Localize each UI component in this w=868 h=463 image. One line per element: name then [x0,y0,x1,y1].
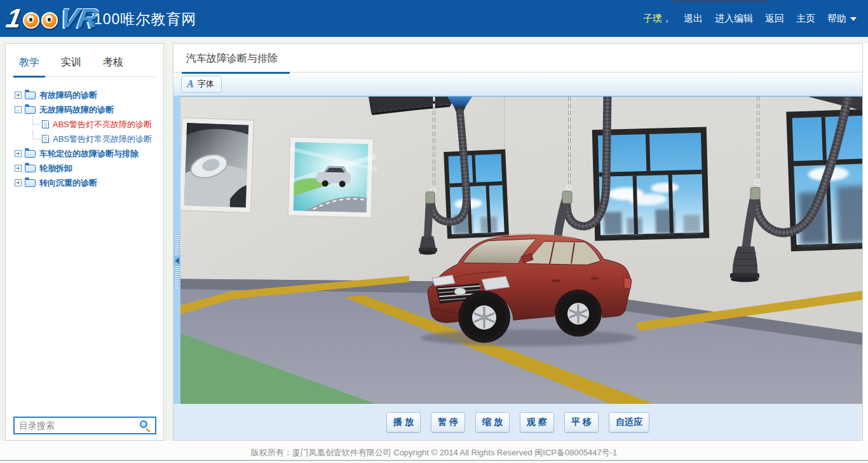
scene-control-button[interactable]: 观 察 [520,412,554,432]
nav-item[interactable]: 进入编辑 [715,13,753,25]
logo-text-1: 1 [4,3,24,34]
nav-comma: ， [662,13,672,25]
car-rear-wheel [559,294,598,333]
right-gutter [863,43,868,441]
tab-vehicle-fault-diagnosis[interactable]: 汽车故障诊断与排除 [182,52,290,74]
header-nav: 子璞 ， 退出 进入编辑 返回 主页 帮助 [643,13,857,25]
logo-zero-circle [23,12,39,29]
main-panel: 汽车故障诊断与排除 A 字体 [173,43,863,441]
nav-username[interactable]: 子璞 [643,13,662,25]
car-shadow [421,329,637,346]
header-bar: 1 VR 100唯尔教育网 子璞 ， 退出 进入编辑 返回 主页 帮助 [0,0,868,37]
tree-item-label[interactable]: 有故障码的诊断 [39,90,97,101]
footer-accent-line [0,460,868,461]
nav-item[interactable]: 返回 [765,13,784,25]
font-icon: A [187,79,194,88]
garage-window [444,149,509,239]
3d-viewport [173,96,862,404]
wall-picture-silver-car [288,137,377,218]
font-button[interactable]: A 字体 [181,76,222,93]
strip-dots [175,266,179,288]
scene-control-button[interactable]: 平 移 [564,412,599,432]
tree-row[interactable]: + 轮胎拆卸 [15,161,161,176]
collapse-left-arrow-icon[interactable] [173,255,180,266]
catalog-search-box [13,417,156,434]
hose-nozzle [419,237,436,249]
tree-item-label[interactable]: ABS警告灯不亮故障的诊断 [53,119,152,130]
sidebar-tab-实训[interactable]: 实训 [55,53,87,76]
folder-icon [25,150,36,158]
tree-row[interactable]: ABS警告灯常亮故障的诊断 [30,132,161,146]
nav-item[interactable]: 退出 [684,13,703,25]
file-icon [42,135,49,143]
font-button-label: 字体 [198,78,214,90]
nav-item[interactable]: 帮助 [827,13,857,25]
tree-toggle-icon[interactable]: + [15,92,22,99]
search-input[interactable] [19,420,140,431]
tree-item-label[interactable]: 轮胎拆卸 [39,163,72,174]
chevron-down-icon [850,17,857,21]
hose-nozzle [733,247,757,275]
tree-row[interactable]: ABS警告灯不亮故障的诊断 [30,117,161,132]
car-front-wheel [463,296,506,339]
course-tree: + 有故障码的诊断 - 无故障码故障的诊断 ABS警告灯不亮故障的诊断 [15,88,161,190]
tree-connector [32,116,40,125]
footer: 版权所有：厦门凤凰创壹软件有限公司 Copyright © 2014 All R… [0,441,868,463]
tree-item-label[interactable]: 车轮定位的故障诊断与排除 [39,148,139,160]
site-logo[interactable]: 1 VR [6,3,98,34]
nav-item[interactable]: 主页 [796,13,815,25]
tree-item-label[interactable]: 无故障码故障的诊断 [39,104,114,116]
file-icon [42,120,49,128]
nav-user-group: 子璞 ， [643,13,672,25]
panel-collapse-strip[interactable] [173,96,180,404]
sidebar-tab-教学[interactable]: 教学 [13,53,45,78]
tree-row[interactable]: + 车轮定位的故障诊断与排除 [15,146,161,161]
folder-icon [25,179,36,187]
strip-dots [175,235,179,255]
course-sidebar: 教学实训考核 + 有故障码的诊断 - 无故障码故障的诊断 ABS警告灯不亮故障的… [5,43,164,441]
folder-icon [25,92,36,99]
wall-picture-headlight [180,118,254,213]
scene-control-button[interactable]: 自适应 [609,412,649,432]
sidebar-tabs: 教学实训考核 [13,53,156,77]
content-toolbar: A 字体 [173,73,862,96]
tree-row[interactable]: + 转向沉重的诊断 [15,176,161,190]
header-dark-strip [674,0,769,3]
tree-connector [32,130,40,139]
logo-zero-circle [41,12,58,29]
content-tabbar: 汽车故障诊断与排除 [173,44,862,73]
tree-item-label[interactable]: 转向沉重的诊断 [39,177,97,189]
tree-toggle-icon[interactable]: + [15,150,22,157]
tree-row[interactable]: + 有故障码的诊断 [15,88,161,102]
tree-toggle-icon[interactable]: + [15,165,22,172]
scene-control-button[interactable]: 播 放 [386,412,421,432]
folder-icon [25,106,36,114]
tree-toggle-icon[interactable]: - [15,106,22,113]
folder-icon [25,165,36,172]
tree-toggle-icon[interactable]: + [15,179,22,186]
site-title: 100唯尔教育网 [94,10,196,29]
search-icon[interactable] [140,420,151,431]
scene-control-button[interactable]: 暂 停 [431,412,465,432]
scene-control-button[interactable]: 缩 放 [475,412,510,432]
copyright-text: 版权所有：厦门凤凰创壹软件有限公司 Copyright © 2014 All R… [0,441,868,459]
tree-item-label[interactable]: ABS警告灯常亮故障的诊断 [53,134,152,145]
sidebar-tab-考核[interactable]: 考核 [97,53,129,76]
3d-scene-garage[interactable] [180,96,862,404]
scene-control-bar: 播 放暂 停缩 放观 察平 移自适应 [173,404,862,440]
